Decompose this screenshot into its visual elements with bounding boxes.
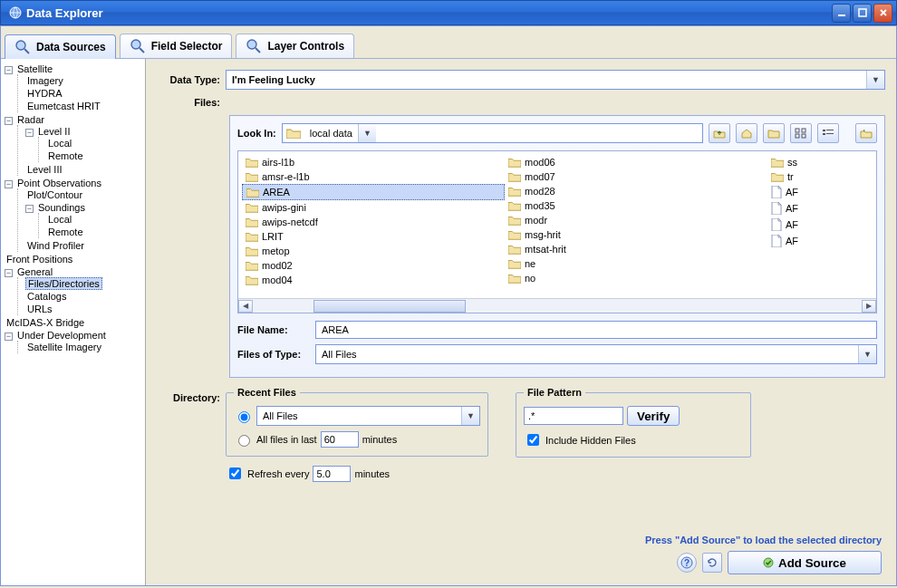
folder-item[interactable]: AREA xyxy=(242,184,505,200)
folder-item[interactable]: tr xyxy=(767,169,877,184)
radio-all-in-last[interactable] xyxy=(238,435,250,447)
refresh-button[interactable] xyxy=(702,553,722,573)
tree-node-pt-snd-remote[interactable]: Remote xyxy=(46,227,85,237)
tree-toggle[interactable]: − xyxy=(25,205,34,213)
chevron-down-icon[interactable]: ▼ xyxy=(358,124,376,142)
tree-node-satellite[interactable]: Satellite xyxy=(15,63,54,74)
tab-layer-controls[interactable]: Layer Controls xyxy=(236,34,354,58)
folder-item[interactable]: LRIT xyxy=(242,229,505,244)
minimize-button[interactable] xyxy=(832,4,851,23)
folder-item[interactable]: mod35 xyxy=(505,198,767,213)
chevron-down-icon[interactable]: ▼ xyxy=(866,71,884,89)
titlebar[interactable]: Data Explorer xyxy=(0,0,897,25)
scroll-right-button[interactable]: ▶ xyxy=(862,300,876,313)
label-refresh: Refresh every xyxy=(247,468,309,479)
combo-data-type[interactable]: I'm Feeling Lucky ▼ xyxy=(226,70,885,90)
tree-node-radar-l2-remote[interactable]: Remote xyxy=(46,150,85,161)
svg-rect-9 xyxy=(802,134,805,138)
folder-item[interactable]: airs-l1b xyxy=(242,155,505,169)
help-button[interactable]: ? xyxy=(677,553,697,573)
tree-node-catalogs[interactable]: Catalogs xyxy=(25,291,68,302)
folder-item[interactable]: awips-gini xyxy=(242,200,505,215)
folder-item[interactable]: mod02 xyxy=(242,258,505,273)
folder-icon xyxy=(246,217,258,227)
combo-files-of-type[interactable]: All Files ▼ xyxy=(315,344,877,364)
svg-rect-11 xyxy=(826,130,834,130)
folder-item[interactable]: mod28 xyxy=(505,184,767,198)
tree-node-sat-imagery[interactable]: Imagery xyxy=(25,75,65,86)
input-pattern[interactable] xyxy=(524,407,623,425)
tab-data-sources[interactable]: Data Sources xyxy=(5,34,116,59)
radio-all-files[interactable] xyxy=(238,411,250,423)
tree-toggle[interactable]: − xyxy=(25,129,34,137)
tree-node-radar-l2-local[interactable]: Local xyxy=(46,138,73,149)
file-list[interactable]: airs-l1bamsr-e-l1bAREAawips-giniawips-ne… xyxy=(237,150,877,313)
folder-item[interactable]: modr xyxy=(505,213,767,227)
tree-node-general[interactable]: General xyxy=(15,266,54,277)
source-tree[interactable]: −Satellite Imagery HYDRA Eumetcast HRIT … xyxy=(1,59,146,585)
tree-node-radar-l3[interactable]: Level III xyxy=(25,164,64,175)
file-item[interactable]: AF xyxy=(767,200,877,217)
folder-item[interactable]: amsr-e-l1b xyxy=(242,169,505,184)
tree-node-sat-hydra[interactable]: HYDRA xyxy=(25,88,64,99)
file-item[interactable]: AF xyxy=(767,233,877,249)
file-item[interactable]: AF xyxy=(767,217,877,233)
combo-lookin[interactable]: local data ▼ xyxy=(282,123,703,143)
legend-pattern: File Pattern xyxy=(524,387,585,398)
folder-item[interactable]: mod04 xyxy=(242,273,505,287)
folder-item[interactable]: mtsat-hrit xyxy=(505,242,767,256)
home-button[interactable] xyxy=(736,123,757,143)
add-source-button[interactable]: Add Source xyxy=(728,551,882,574)
verify-button[interactable]: Verify xyxy=(627,406,680,426)
scroll-thumb[interactable] xyxy=(313,300,466,313)
tab-field-selector[interactable]: Field Selector xyxy=(120,34,233,58)
folder-item[interactable]: metop xyxy=(242,244,505,258)
maximize-button[interactable] xyxy=(853,4,872,23)
tree-node-pt-snd[interactable]: Soundings xyxy=(36,202,87,213)
folder-item[interactable]: mod07 xyxy=(505,169,767,184)
close-button[interactable] xyxy=(873,4,892,23)
file-item[interactable]: AF xyxy=(767,184,877,200)
file-name-input[interactable]: AREA xyxy=(315,321,877,339)
scroll-left-button[interactable]: ◀ xyxy=(238,300,253,313)
tree-node-ud-sat[interactable]: Satellite Imagery xyxy=(25,342,103,352)
tree-node-files-dirs[interactable]: Files/Directories xyxy=(25,277,102,290)
tree-node-front[interactable]: Front Positions xyxy=(5,254,74,265)
tree-node-pt-snd-local[interactable]: Local xyxy=(46,214,73,225)
magnify-icon xyxy=(14,39,31,55)
list-view-button[interactable] xyxy=(790,123,812,143)
tree-node-sat-eumet[interactable]: Eumetcast HRIT xyxy=(25,101,102,111)
combo-recent-all[interactable]: All Files ▼ xyxy=(256,406,480,426)
h-scrollbar[interactable]: ◀ ▶ xyxy=(238,298,876,313)
new-folder-button[interactable] xyxy=(763,123,785,143)
chevron-down-icon[interactable]: ▼ xyxy=(858,345,876,363)
up-folder-button[interactable] xyxy=(709,123,730,143)
tree-toggle[interactable]: − xyxy=(5,117,13,125)
input-last-minutes[interactable] xyxy=(321,431,359,448)
refresh-folder-button[interactable] xyxy=(855,123,877,143)
tree-toggle[interactable]: − xyxy=(5,269,13,277)
tree-node-urls[interactable]: URLs xyxy=(25,304,54,314)
tree-node-radar[interactable]: Radar xyxy=(15,114,46,125)
tree-node-underdev[interactable]: Under Development xyxy=(15,330,108,341)
tree-toggle[interactable]: − xyxy=(5,180,13,188)
chk-include-hidden[interactable] xyxy=(527,434,539,446)
folder-item[interactable]: no xyxy=(505,271,767,285)
folder-item[interactable]: ss xyxy=(767,155,877,169)
folder-icon xyxy=(246,231,258,242)
folder-item[interactable]: ne xyxy=(505,256,767,271)
tree-node-ptobs[interactable]: Point Observations xyxy=(15,178,103,188)
tree-node-pt-wind[interactable]: Wind Profiler xyxy=(25,240,86,251)
folder-item[interactable]: awips-netcdf xyxy=(242,215,505,229)
tree-node-mcidasx[interactable]: McIDAS-X Bridge xyxy=(5,317,86,328)
chevron-down-icon[interactable]: ▼ xyxy=(461,407,479,425)
tree-toggle[interactable]: − xyxy=(5,333,13,341)
tree-toggle[interactable]: − xyxy=(5,66,13,74)
tree-node-radar-l2[interactable]: Level II xyxy=(36,126,72,137)
tree-node-pt-plot[interactable]: Plot/Contour xyxy=(25,189,84,200)
folder-item[interactable]: mod06 xyxy=(505,155,767,169)
details-view-button[interactable] xyxy=(817,123,839,143)
input-refresh-minutes[interactable] xyxy=(313,466,351,482)
folder-item[interactable]: msg-hrit xyxy=(505,227,767,242)
chk-refresh[interactable] xyxy=(229,468,241,479)
